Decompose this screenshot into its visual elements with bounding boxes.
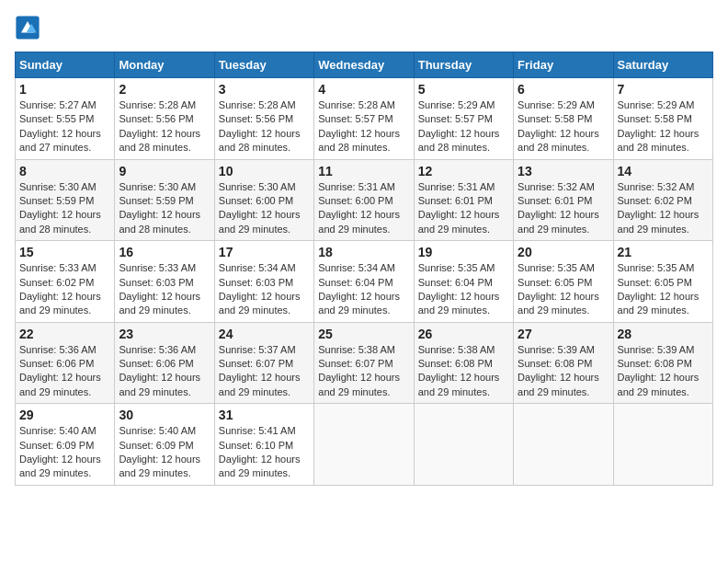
sunrise-label: Sunrise: 5:31 AM [318, 181, 395, 192]
day-number: 25 [318, 327, 409, 341]
sunset-label: Sunset: 6:07 PM [318, 358, 392, 369]
sunset-label: Sunset: 6:10 PM [219, 440, 293, 451]
day-number: 12 [418, 164, 509, 178]
sunrise-label: Sunrise: 5:30 AM [19, 181, 97, 192]
calendar-week-3: 15 Sunrise: 5:33 AM Sunset: 6:02 PM Dayl… [16, 241, 713, 323]
calendar-day-9: 9 Sunrise: 5:30 AM Sunset: 5:59 PM Dayli… [115, 159, 214, 241]
sunrise-label: Sunrise: 5:33 AM [19, 262, 97, 273]
day-info: Sunrise: 5:33 AM Sunset: 6:02 PM Dayligh… [19, 261, 110, 318]
sunset-label: Sunset: 6:07 PM [219, 358, 293, 369]
sunset-label: Sunset: 6:09 PM [119, 440, 193, 451]
sunrise-label: Sunrise: 5:31 AM [418, 181, 495, 192]
sunset-label: Sunset: 6:08 PM [618, 358, 692, 369]
page-header [15, 15, 713, 40]
daylight-label: Daylight: 12 hours and 29 minutes. [418, 291, 500, 316]
calendar-day-24: 24 Sunrise: 5:37 AM Sunset: 6:07 PM Dayl… [214, 322, 313, 404]
sunrise-label: Sunrise: 5:33 AM [119, 262, 196, 273]
calendar-day-18: 18 Sunrise: 5:34 AM Sunset: 6:04 PM Dayl… [314, 241, 414, 323]
day-info: Sunrise: 5:39 AM Sunset: 6:08 PM Dayligh… [618, 343, 709, 400]
calendar-header-wednesday: Wednesday [314, 52, 414, 78]
day-number: 13 [518, 164, 609, 178]
sunrise-label: Sunrise: 5:36 AM [19, 344, 97, 355]
daylight-label: Daylight: 12 hours and 29 minutes. [318, 291, 400, 316]
sunrise-label: Sunrise: 5:29 AM [618, 99, 695, 110]
calendar-day-8: 8 Sunrise: 5:30 AM Sunset: 5:59 PM Dayli… [16, 159, 115, 241]
sunrise-label: Sunrise: 5:35 AM [618, 262, 695, 273]
daylight-label: Daylight: 12 hours and 28 minutes. [418, 128, 500, 153]
daylight-label: Daylight: 12 hours and 29 minutes. [418, 372, 500, 396]
day-info: Sunrise: 5:35 AM Sunset: 6:05 PM Dayligh… [618, 261, 709, 318]
calendar-day-28: 28 Sunrise: 5:39 AM Sunset: 6:08 PM Dayl… [613, 322, 712, 404]
day-number: 30 [119, 408, 210, 422]
day-info: Sunrise: 5:32 AM Sunset: 6:02 PM Dayligh… [618, 180, 709, 237]
daylight-label: Daylight: 12 hours and 29 minutes. [318, 372, 400, 396]
sunrise-label: Sunrise: 5:40 AM [119, 425, 196, 436]
day-number: 22 [19, 327, 110, 341]
daylight-label: Daylight: 12 hours and 29 minutes. [219, 209, 301, 234]
sunset-label: Sunset: 6:04 PM [418, 277, 493, 288]
calendar-day-15: 15 Sunrise: 5:33 AM Sunset: 6:02 PM Dayl… [16, 241, 115, 323]
day-info: Sunrise: 5:31 AM Sunset: 6:00 PM Dayligh… [318, 180, 409, 237]
sunrise-label: Sunrise: 5:32 AM [618, 181, 695, 192]
sunrise-label: Sunrise: 5:27 AM [19, 99, 97, 110]
sunrise-label: Sunrise: 5:34 AM [318, 262, 395, 273]
day-info: Sunrise: 5:28 AM Sunset: 5:56 PM Dayligh… [219, 98, 310, 155]
logo-icon [15, 15, 40, 40]
calendar-day-6: 6 Sunrise: 5:29 AM Sunset: 5:58 PM Dayli… [514, 78, 613, 160]
day-number: 16 [119, 245, 210, 259]
day-number: 2 [119, 82, 210, 97]
calendar-header-saturday: Saturday [613, 52, 712, 78]
day-number: 15 [19, 245, 110, 259]
sunset-label: Sunset: 5:57 PM [318, 113, 392, 124]
day-info: Sunrise: 5:29 AM Sunset: 5:57 PM Dayligh… [418, 98, 509, 155]
sunset-label: Sunset: 6:05 PM [618, 277, 692, 288]
calendar-day-10: 10 Sunrise: 5:30 AM Sunset: 6:00 PM Dayl… [214, 159, 313, 241]
calendar-week-4: 22 Sunrise: 5:36 AM Sunset: 6:06 PM Dayl… [16, 322, 713, 404]
day-info: Sunrise: 5:33 AM Sunset: 6:03 PM Dayligh… [119, 261, 210, 318]
sunset-label: Sunset: 6:02 PM [19, 277, 94, 288]
daylight-label: Daylight: 12 hours and 28 minutes. [19, 209, 101, 234]
calendar-day-25: 25 Sunrise: 5:38 AM Sunset: 6:07 PM Dayl… [314, 322, 414, 404]
sunset-label: Sunset: 6:01 PM [418, 195, 493, 206]
daylight-label: Daylight: 12 hours and 29 minutes. [518, 372, 599, 396]
calendar-header-tuesday: Tuesday [214, 52, 313, 78]
sunrise-label: Sunrise: 5:37 AM [219, 344, 296, 355]
calendar-day-4: 4 Sunrise: 5:28 AM Sunset: 5:57 PM Dayli… [314, 78, 414, 160]
day-number: 14 [618, 164, 709, 178]
empty-cell [514, 404, 613, 486]
day-info: Sunrise: 5:29 AM Sunset: 5:58 PM Dayligh… [618, 98, 709, 155]
day-info: Sunrise: 5:40 AM Sunset: 6:09 PM Dayligh… [119, 424, 210, 481]
calendar-day-23: 23 Sunrise: 5:36 AM Sunset: 6:06 PM Dayl… [115, 322, 214, 404]
sunrise-label: Sunrise: 5:29 AM [418, 99, 495, 110]
daylight-label: Daylight: 12 hours and 28 minutes. [119, 209, 200, 234]
calendar-day-3: 3 Sunrise: 5:28 AM Sunset: 5:56 PM Dayli… [214, 78, 313, 160]
daylight-label: Daylight: 12 hours and 29 minutes. [19, 291, 101, 316]
sunset-label: Sunset: 6:00 PM [318, 195, 392, 206]
sunrise-label: Sunrise: 5:28 AM [219, 99, 296, 110]
sunrise-label: Sunrise: 5:34 AM [219, 262, 296, 273]
day-info: Sunrise: 5:28 AM Sunset: 5:56 PM Dayligh… [119, 98, 210, 155]
daylight-label: Daylight: 12 hours and 27 minutes. [19, 128, 101, 153]
day-info: Sunrise: 5:30 AM Sunset: 5:59 PM Dayligh… [119, 180, 210, 237]
daylight-label: Daylight: 12 hours and 29 minutes. [418, 209, 500, 234]
logo [15, 15, 44, 40]
daylight-label: Daylight: 12 hours and 29 minutes. [219, 372, 301, 396]
calendar-day-11: 11 Sunrise: 5:31 AM Sunset: 6:00 PM Dayl… [314, 159, 414, 241]
sunset-label: Sunset: 5:57 PM [418, 113, 493, 124]
daylight-label: Daylight: 12 hours and 29 minutes. [119, 291, 200, 316]
calendar-header-sunday: Sunday [16, 52, 115, 78]
calendar-day-19: 19 Sunrise: 5:35 AM Sunset: 6:04 PM Dayl… [414, 241, 513, 323]
calendar-header-thursday: Thursday [414, 52, 513, 78]
day-number: 11 [318, 164, 409, 178]
calendar-day-7: 7 Sunrise: 5:29 AM Sunset: 5:58 PM Dayli… [613, 78, 712, 160]
sunset-label: Sunset: 5:56 PM [219, 113, 293, 124]
daylight-label: Daylight: 12 hours and 29 minutes. [518, 291, 599, 316]
calendar-day-16: 16 Sunrise: 5:33 AM Sunset: 6:03 PM Dayl… [115, 241, 214, 323]
calendar-day-21: 21 Sunrise: 5:35 AM Sunset: 6:05 PM Dayl… [613, 241, 712, 323]
sunrise-label: Sunrise: 5:30 AM [219, 181, 296, 192]
day-number: 3 [219, 82, 310, 97]
sunrise-label: Sunrise: 5:38 AM [418, 344, 495, 355]
day-info: Sunrise: 5:38 AM Sunset: 6:07 PM Dayligh… [318, 343, 409, 400]
day-number: 18 [318, 245, 409, 259]
day-number: 29 [19, 408, 110, 422]
